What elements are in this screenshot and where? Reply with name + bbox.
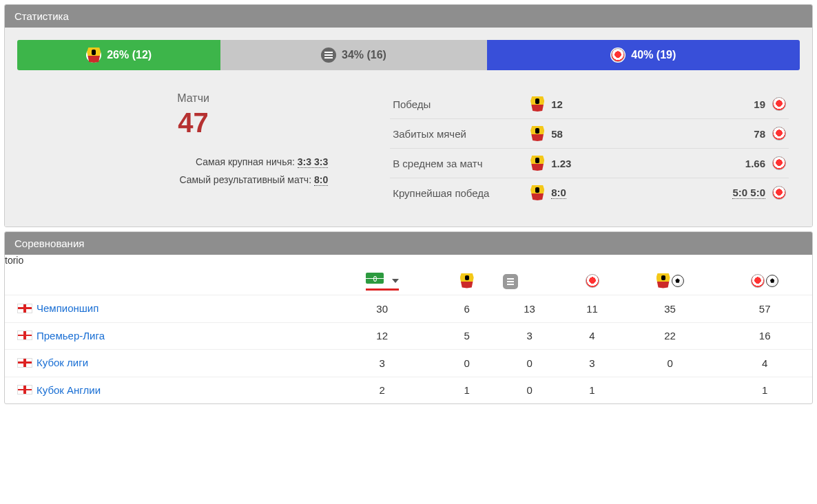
col-goals-team-b[interactable]: [717, 266, 812, 295]
col-matches[interactable]: [328, 266, 437, 295]
highest-scoring-label: Самый результативный матч:: [179, 174, 311, 185]
sort-desc-icon: [392, 279, 399, 283]
pitch-icon: [366, 273, 384, 284]
row-goals: Забитых мячей 58 78: [390, 119, 789, 149]
team-b-crest-icon: [586, 274, 599, 288]
draw-icon: [503, 274, 518, 289]
bar-draws[interactable]: 34% (16): [220, 40, 486, 70]
team-a-crest-icon: [460, 273, 474, 288]
team-b-crest-icon: [772, 97, 786, 111]
col-goals-team-a[interactable]: [623, 266, 718, 295]
biggest-draw-value[interactable]: 3:3 3:3: [298, 156, 328, 168]
flag-england-icon: [17, 385, 32, 395]
cell-wins-a: 0: [436, 350, 497, 377]
team-a-crest-icon: [530, 185, 544, 200]
competition-name: Кубок Англии: [37, 384, 101, 396]
row-biggest-win: Крупнейшая победа 8:0 5:0 5:0: [390, 178, 789, 207]
row-wins-team-b: 19: [754, 98, 765, 110]
bar-team-b-text: 40% (19): [631, 49, 676, 61]
h2h-result-bar: 26% (12) 34% (16) 40% (19): [17, 40, 800, 70]
highest-scoring-value[interactable]: 8:0: [314, 174, 328, 186]
team-a-crest-icon: [656, 273, 670, 288]
cell-matches: 2: [328, 377, 437, 403]
flag-england-icon: [17, 330, 32, 340]
bar-team-a-text: 26% (12): [107, 49, 152, 61]
row-avg-team-b: 1.66: [745, 158, 765, 169]
team-b-crest-icon: [610, 48, 625, 63]
competition-link[interactable]: Чемпионшип: [17, 302, 99, 314]
row-goals-team-a: 58: [551, 128, 563, 140]
bar-draw-text: 34% (16): [342, 49, 386, 61]
competitions-title: Соревнования: [5, 232, 812, 255]
team-a-crest-icon: [530, 156, 544, 171]
cell-wins-a: 5: [436, 322, 497, 350]
row-biggest-win-team-a[interactable]: 8:0: [551, 187, 566, 199]
cell-draws: 0: [497, 377, 561, 403]
competition-link[interactable]: Кубок Англии: [17, 384, 101, 396]
team-a-crest-icon: [530, 126, 544, 141]
bar-team-b-wins[interactable]: 40% (19): [487, 40, 800, 70]
draw-icon: [321, 48, 336, 63]
row-avg-team-a: 1.23: [551, 158, 571, 169]
bar-team-a-wins[interactable]: 26% (12): [17, 40, 220, 70]
row-goals-label: Забитых мячей: [393, 128, 530, 140]
ball-icon: [672, 275, 684, 287]
cell-goals-a: 22: [623, 322, 718, 350]
statistics-title: Статистика: [5, 5, 812, 28]
svg-rect-1: [324, 54, 333, 56]
cell-wins-b: 3: [561, 350, 622, 377]
competitions-panel: Соревнования torio: [4, 231, 813, 404]
competition-name: Чемпионшип: [37, 302, 99, 314]
competition-name: Премьер-Лига: [37, 330, 105, 342]
competition-row: Чемпионшип 30 6 13 11 35 57: [5, 295, 812, 323]
col-wins-team-b[interactable]: [561, 266, 622, 295]
row-avg-label: В среднем за матч: [393, 158, 530, 169]
cell-draws: 3: [497, 322, 561, 350]
statistics-body: 26% (12) 34% (16) 40% (19) Матчи 47 Сама…: [5, 28, 812, 227]
team-a-crest-icon: [530, 96, 544, 112]
flag-england-icon: [17, 304, 32, 313]
team-b-crest-icon: [751, 274, 765, 288]
cell-goals-b: 57: [717, 295, 812, 323]
row-biggest-win-team-b[interactable]: 5:0 5:0: [732, 187, 765, 199]
team-b-crest-icon: [772, 127, 786, 140]
cell-wins-a: 1: [436, 377, 497, 403]
row-goals-team-b: 78: [754, 128, 765, 140]
team-b-crest-icon: [772, 156, 786, 170]
team-a-crest-icon: [86, 48, 101, 63]
cell-goals-b: 4: [717, 350, 812, 377]
competition-row: Кубок лиги 3 0 0 3 0 4: [5, 350, 812, 377]
competition-row: Премьер-Лига 12 5 3 4 22 16: [5, 322, 812, 350]
row-wins-label: Победы: [393, 98, 530, 110]
cell-matches: 12: [328, 322, 437, 350]
cell-wins-b: 11: [561, 295, 622, 323]
svg-rect-0: [324, 52, 333, 53]
competition-row: Кубок Англии 2 1 0 1 1: [5, 377, 812, 403]
cell-matches: 3: [328, 350, 437, 377]
cell-wins-b: 1: [561, 377, 622, 403]
competition-link[interactable]: Кубок лиги: [17, 357, 88, 368]
flag-england-icon: [17, 358, 32, 368]
row-biggest-win-label: Крупнейшая победа: [393, 187, 530, 199]
row-avg: В среднем за матч 1.23 1.66: [390, 149, 789, 178]
col-draws[interactable]: [497, 266, 561, 295]
per-team-block: Победы 12 19 Забитых мячей 58: [390, 90, 800, 207]
cell-wins-a: 6: [436, 295, 497, 323]
competition-link[interactable]: Премьер-Лига: [17, 330, 105, 342]
matches-count: 47: [17, 107, 369, 138]
competitions-table: Чемпионшип 30 6 13 11 35 57 Премьер-Лига…: [5, 266, 812, 403]
matches-label: Матчи: [17, 92, 369, 105]
col-wins-team-a[interactable]: [436, 266, 497, 295]
cell-wins-b: 4: [561, 322, 622, 350]
cell-goals-a: 35: [623, 295, 718, 323]
cell-goals-a: 0: [623, 350, 718, 377]
competition-name: Кубок лиги: [37, 357, 88, 368]
ball-icon: [766, 275, 778, 287]
row-wins: Победы 12 19: [390, 90, 789, 119]
competitions-header-row: [5, 266, 812, 295]
statistics-panel: Статистика 26% (12) 34% (16) 40% (19) Ма…: [4, 4, 813, 227]
row-wins-team-a: 12: [551, 98, 563, 110]
cell-goals-b: 1: [717, 377, 812, 403]
svg-rect-2: [324, 57, 333, 59]
cell-draws: 0: [497, 350, 561, 377]
